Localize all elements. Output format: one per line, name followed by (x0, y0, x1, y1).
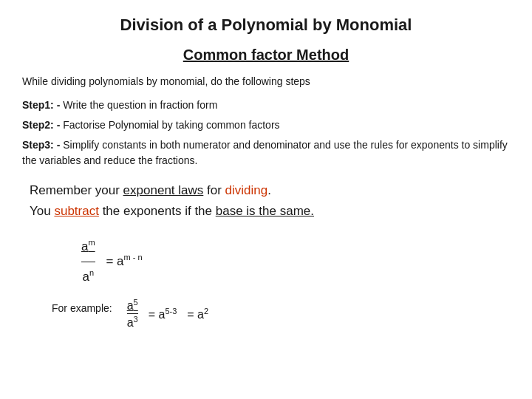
example-result1: = a5-3 (149, 307, 177, 321)
example-label-text: For example: (52, 302, 112, 314)
title-text: Division of a Polynomial by Monomial (120, 16, 412, 34)
exponent-laws-link: exponent laws (123, 183, 204, 197)
step2-label: Step2: - (22, 119, 60, 131)
formula-fraction: am an (81, 233, 95, 290)
remember-pre: Remember your (30, 183, 123, 197)
step1-label: Step1: - (22, 99, 60, 111)
example-math: a5 a3 = a5-3 = a2 (127, 298, 208, 330)
formula-numerator: am (81, 233, 95, 262)
for-example-label: For example: (52, 302, 112, 314)
subtitle-text: Common factor Method (183, 47, 349, 63)
step-2: Step2: - Factorise Polynomial by taking … (22, 117, 510, 133)
step1-text: Write the question in fraction form (60, 99, 217, 111)
remember-line2: You subtract the exponents if the base i… (30, 201, 510, 222)
example-block: For example: a5 a3 = a5-3 = a2 (52, 298, 510, 330)
step-3: Step3: - Simplify constants in both nume… (22, 137, 510, 168)
remember-end: . (267, 183, 271, 197)
remember-block: Remember your exponent laws for dividing… (30, 180, 510, 223)
step2-text: Factorise Polynomial by taking common fa… (60, 119, 279, 131)
intro: While dividing polynomials by monomial, … (22, 75, 510, 87)
dividing-highlight: dividing (225, 183, 268, 197)
you-text: You (30, 204, 54, 218)
formula-equals: = am - n (106, 254, 142, 268)
example-result2: = a2 (187, 307, 208, 321)
example-denominator: a3 (127, 314, 138, 330)
example-numerator: a5 (127, 298, 138, 314)
exponents-mid: the exponents if the (99, 204, 216, 218)
formula-block: am an = am - n (81, 233, 510, 290)
base-same: base is the same. (216, 204, 314, 218)
step3-text: Simplify constants in both numerator and… (22, 139, 508, 166)
intro-text: While dividing polynomials by monomial, … (22, 75, 310, 87)
example-fraction: a5 a3 (127, 298, 138, 330)
step3-label: Step3: - (22, 139, 60, 151)
main-title: Division of a Polynomial by Monomial (22, 15, 510, 36)
remember-line1: Remember your exponent laws for dividing… (30, 180, 510, 202)
formula-denominator: an (81, 262, 95, 290)
subtract-highlight: subtract (54, 204, 98, 218)
remember-mid: for (203, 183, 225, 197)
subtitle: Common factor Method (22, 47, 510, 64)
step-1: Step1: - Write the question in fraction … (22, 98, 510, 113)
